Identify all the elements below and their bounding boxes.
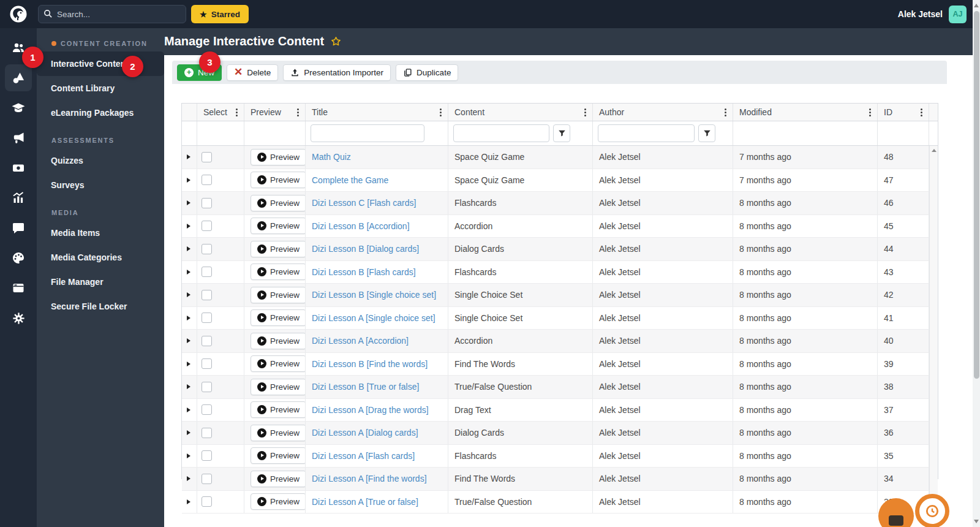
expand-caret-icon[interactable] — [187, 246, 190, 251]
sidebar-item-file-manager[interactable]: File Manager — [37, 270, 164, 294]
header-author[interactable]: Author — [593, 104, 733, 121]
author-filter-funnel-button[interactable] — [698, 124, 715, 142]
preview-button[interactable]: Preview — [251, 287, 306, 303]
expand-caret-icon[interactable] — [187, 408, 190, 412]
sidebar-item-elearning-packages[interactable]: eLearning Packages — [37, 100, 164, 125]
expand-caret-icon[interactable] — [187, 384, 190, 389]
row-checkbox[interactable] — [202, 198, 212, 208]
sidebar-item-media-items[interactable]: Media Items — [37, 221, 164, 245]
grid-scrollbar[interactable] — [929, 146, 938, 514]
preview-button[interactable]: Preview — [251, 218, 306, 234]
content-filter-funnel-button[interactable] — [553, 124, 570, 142]
column-menu-icon[interactable] — [295, 107, 301, 118]
header-select[interactable]: Select — [197, 104, 244, 121]
row-checkbox[interactable] — [202, 404, 212, 415]
row-checkbox[interactable] — [202, 474, 212, 484]
presentation-importer-button[interactable]: Presentation Importer — [283, 64, 391, 81]
duplicate-button[interactable]: Duplicate — [396, 64, 458, 81]
column-menu-icon[interactable] — [723, 107, 728, 118]
content-title-link[interactable]: Math Quiz — [312, 152, 351, 162]
logo-elephant-icon[interactable] — [8, 4, 29, 25]
sidebar-item-content-library[interactable]: Content Library — [37, 76, 164, 100]
rail-settings-icon[interactable] — [5, 305, 32, 332]
column-menu-icon[interactable] — [919, 107, 924, 118]
content-title-link[interactable]: Dizi Lesson B [Single choice set] — [312, 290, 436, 300]
content-title-link[interactable]: Dizi Lesson B [Accordion] — [312, 221, 410, 231]
rail-chat-icon[interactable] — [5, 214, 32, 241]
scrollbar-thumb[interactable] — [974, 11, 979, 379]
content-title-link[interactable]: Dizi Lesson B [True or false] — [312, 382, 419, 392]
header-preview[interactable]: Preview — [244, 104, 306, 121]
scroll-down-icon[interactable] — [974, 520, 979, 523]
rail-analytics-icon[interactable] — [5, 184, 32, 211]
rail-content-shapes-icon[interactable] — [5, 64, 32, 91]
row-checkbox[interactable] — [202, 244, 212, 254]
preview-button[interactable]: Preview — [251, 149, 306, 165]
starred-button[interactable]: ★ Starred — [191, 5, 249, 23]
preview-button[interactable]: Preview — [251, 401, 306, 418]
search-input[interactable] — [38, 5, 186, 23]
preview-button[interactable]: Preview — [251, 172, 306, 188]
preview-button[interactable]: Preview — [251, 447, 306, 464]
column-menu-icon[interactable] — [867, 107, 873, 118]
delete-button[interactable]: ✕ Delete — [227, 64, 278, 81]
row-checkbox[interactable] — [202, 450, 212, 461]
preview-button[interactable]: Preview — [251, 471, 306, 487]
expand-caret-icon[interactable] — [187, 338, 190, 343]
row-checkbox[interactable] — [202, 496, 212, 507]
preview-button[interactable]: Preview — [251, 264, 306, 280]
content-title-link[interactable]: Dizi Lesson A [Drag the words] — [312, 405, 429, 415]
content-filter-input[interactable] — [453, 124, 549, 142]
content-title-link[interactable]: Complete the Game — [312, 175, 388, 185]
expand-caret-icon[interactable] — [187, 154, 190, 159]
row-checkbox[interactable] — [202, 313, 212, 323]
header-id[interactable]: ID — [878, 104, 929, 121]
header-title[interactable]: Title — [306, 104, 448, 121]
preview-button[interactable]: Preview — [251, 493, 306, 510]
sidebar-item-secure-file-locker[interactable]: Secure File Locker — [37, 294, 164, 319]
content-title-link[interactable]: Dizi Lesson C [Flash cards] — [312, 198, 416, 208]
sidebar-item-interactive-content[interactable]: Interactive Content — [37, 51, 164, 76]
avatar[interactable]: AJ — [949, 6, 967, 23]
expand-caret-icon[interactable] — [187, 499, 190, 504]
content-title-link[interactable]: Dizi Lesson A [Dialog cards] — [312, 428, 418, 438]
rail-graduation-cap-icon[interactable] — [5, 94, 32, 121]
content-title-link[interactable]: Dizi Lesson A [Single choice set] — [312, 313, 435, 323]
column-menu-icon[interactable] — [234, 107, 239, 118]
sidebar-item-surveys[interactable]: Surveys — [37, 173, 164, 197]
header-modified[interactable]: Modified — [733, 104, 878, 121]
content-title-link[interactable]: Dizi Lesson B [Find the words] — [312, 359, 428, 369]
expand-caret-icon[interactable] — [187, 270, 190, 275]
author-filter-input[interactable] — [598, 124, 695, 142]
preview-button[interactable]: Preview — [251, 355, 306, 372]
content-title-link[interactable]: Dizi Lesson A [Accordion] — [312, 336, 409, 346]
rail-megaphone-icon[interactable] — [5, 124, 32, 151]
row-checkbox[interactable] — [202, 267, 212, 277]
row-checkbox[interactable] — [202, 152, 212, 162]
row-checkbox[interactable] — [202, 336, 212, 346]
expand-caret-icon[interactable] — [187, 476, 190, 481]
expand-caret-icon[interactable] — [187, 362, 190, 366]
expand-caret-icon[interactable] — [187, 292, 190, 297]
row-checkbox[interactable] — [202, 428, 212, 438]
scroll-up-icon[interactable] — [932, 149, 937, 152]
row-checkbox[interactable] — [202, 221, 212, 231]
page-scrollbar[interactable] — [973, 0, 980, 527]
preview-button[interactable]: Preview — [251, 425, 306, 441]
preview-button[interactable]: Preview — [251, 379, 306, 395]
favorite-star-icon[interactable] — [330, 36, 342, 47]
expand-caret-icon[interactable] — [187, 224, 190, 229]
preview-button[interactable]: Preview — [251, 195, 306, 211]
content-title-link[interactable]: Dizi Lesson A [Find the words] — [312, 474, 427, 483]
rail-banknote-icon[interactable] — [5, 154, 32, 181]
content-title-link[interactable]: Dizi Lesson B [Dialog cards] — [312, 244, 419, 254]
expand-caret-icon[interactable] — [187, 200, 190, 205]
rail-palette-icon[interactable] — [5, 245, 32, 271]
sidebar-item-quizzes[interactable]: Quizzes — [37, 148, 164, 173]
preview-button[interactable]: Preview — [251, 333, 306, 349]
expand-caret-icon[interactable] — [187, 316, 190, 320]
preview-button[interactable]: Preview — [251, 241, 306, 257]
header-content[interactable]: Content — [448, 104, 593, 121]
content-title-link[interactable]: Dizi Lesson B [Flash cards] — [312, 267, 416, 277]
row-checkbox[interactable] — [202, 382, 212, 392]
